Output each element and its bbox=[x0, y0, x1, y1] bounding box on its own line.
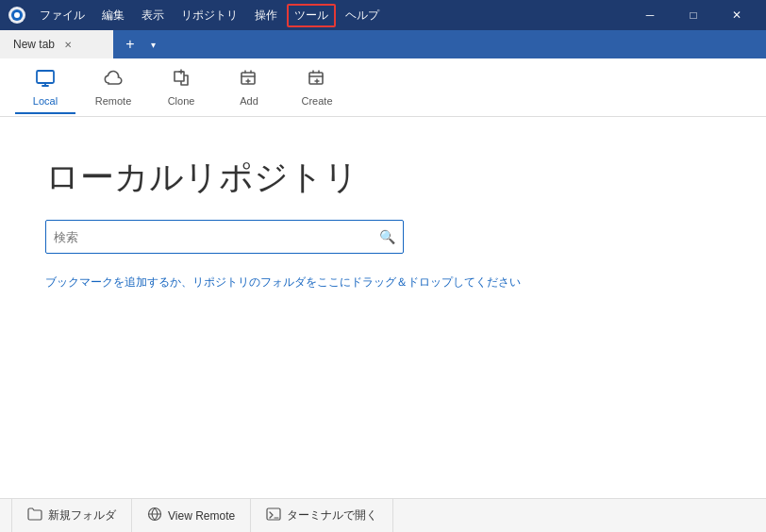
toolbar-clone[interactable]: Clone bbox=[151, 61, 211, 114]
tab-bar: New tab ✕ + ▾ bbox=[0, 30, 766, 58]
menu-repository[interactable]: リポジトリ bbox=[174, 4, 245, 27]
menu-tools[interactable]: ツール bbox=[287, 4, 336, 27]
new-folder-label: 新規フォルダ bbox=[48, 507, 116, 524]
search-box[interactable]: 🔍 bbox=[45, 220, 404, 254]
toolbar-remote[interactable]: Remote bbox=[83, 61, 143, 114]
clone-icon bbox=[171, 68, 192, 91]
toolbar-create-label: Create bbox=[301, 95, 332, 107]
main-content: ローカルリポジトリ 🔍 ブックマークを追加するか、リポジトリのフォルダをここにド… bbox=[0, 117, 766, 498]
title-bar-controls: ─ □ ✕ bbox=[628, 0, 758, 30]
status-open-terminal[interactable]: ターミナルで開く bbox=[251, 499, 393, 532]
page-title: ローカルリポジトリ bbox=[45, 155, 721, 201]
folder-icon bbox=[27, 507, 42, 524]
tab-add-button[interactable]: + bbox=[117, 31, 143, 58]
open-terminal-label: ターミナルで開く bbox=[287, 507, 377, 524]
add-icon bbox=[239, 68, 259, 91]
toolbar-clone-label: Clone bbox=[168, 95, 195, 107]
svg-rect-3 bbox=[37, 71, 54, 83]
menu-view[interactable]: 表示 bbox=[134, 4, 172, 27]
toolbar: Local Remote Clone Add bbox=[0, 58, 766, 117]
menu-edit[interactable]: 編集 bbox=[94, 4, 132, 27]
toolbar-local-label: Local bbox=[33, 95, 58, 107]
view-remote-label: View Remote bbox=[168, 509, 235, 523]
toolbar-local[interactable]: Local bbox=[15, 61, 75, 114]
cloud-icon bbox=[103, 68, 124, 91]
create-icon bbox=[307, 68, 327, 91]
minimize-button[interactable]: ─ bbox=[628, 0, 672, 30]
menu-operation[interactable]: 操作 bbox=[247, 4, 285, 27]
svg-rect-5 bbox=[309, 73, 323, 84]
toolbar-add-label: Add bbox=[240, 95, 258, 107]
status-view-remote[interactable]: View Remote bbox=[132, 499, 251, 532]
tab-close-button[interactable]: ✕ bbox=[60, 37, 75, 52]
hint-text[interactable]: ブックマークを追加するか、リポジトリのフォルダをここにドラッグ＆ドロップしてくだ… bbox=[45, 275, 521, 289]
title-bar: ファイル 編集 表示 リポジトリ 操作 ツール ヘルプ ─ □ ✕ bbox=[0, 0, 766, 30]
svg-point-2 bbox=[14, 12, 20, 18]
tab-newtab[interactable]: New tab ✕ bbox=[0, 30, 113, 58]
menu-bar: ファイル 編集 表示 リポジトリ 操作 ツール ヘルプ bbox=[32, 4, 628, 27]
globe-icon bbox=[147, 507, 162, 524]
search-input[interactable] bbox=[54, 230, 379, 244]
status-new-folder[interactable]: 新規フォルダ bbox=[11, 499, 132, 532]
tab-dropdown-button[interactable]: ▾ bbox=[143, 35, 162, 54]
app-logo bbox=[8, 6, 26, 25]
monitor-icon bbox=[35, 68, 56, 91]
toolbar-create[interactable]: Create bbox=[287, 61, 347, 114]
status-bar: 新規フォルダ View Remote ターミナルで開く bbox=[0, 498, 766, 532]
toolbar-remote-label: Remote bbox=[95, 95, 132, 107]
menu-help[interactable]: ヘルプ bbox=[338, 4, 387, 27]
tab-label: New tab bbox=[13, 38, 55, 51]
toolbar-add[interactable]: Add bbox=[219, 61, 279, 114]
search-icon: 🔍 bbox=[379, 229, 395, 244]
menu-file[interactable]: ファイル bbox=[32, 4, 92, 27]
terminal-icon bbox=[266, 507, 281, 524]
close-button[interactable]: ✕ bbox=[715, 0, 758, 30]
maximize-button[interactable]: □ bbox=[672, 0, 715, 30]
